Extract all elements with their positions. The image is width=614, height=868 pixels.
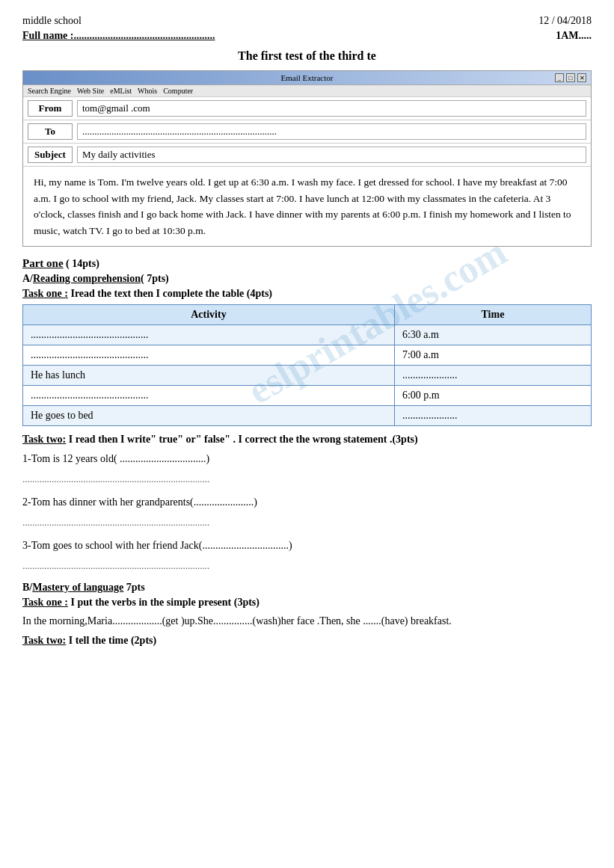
to-value[interactable]: ........................................… [77,123,586,140]
menu-webiste[interactable]: Web Site [77,87,104,95]
activity-table: Activity Time ..........................… [22,304,592,426]
from-row: From tom@gmail .com [23,97,591,120]
table-col2-header: Time [394,305,591,325]
activity-cell: ........................................… [23,386,395,406]
b-task-one-text: I put the verbs in the simple present (3… [70,597,260,608]
activity-cell: ........................................… [23,325,395,345]
section-a-points: ( 7pts) [141,273,169,284]
email-titlebar-text: Email Extractor [281,73,334,82]
activity-cell: ........................................… [23,345,395,366]
date: 12 / 04/2018 [538,15,592,27]
statement-item: 3-Tom goes to school with her friend Jac… [22,537,592,574]
table-row: ........................................… [23,345,592,366]
email-titlebar: Email Extractor _ □ ✕ [23,71,591,85]
time-cell: ..................... [394,406,591,426]
time-cell: 7:00 a.m [394,345,591,366]
b-task-one-label: Task one : [22,597,68,608]
menu-computer[interactable]: Computer [163,87,193,95]
activity-cell: He goes to bed [23,406,395,426]
time-cell: 6:30 a.m [394,325,591,345]
menu-search[interactable]: Search Engine [28,87,71,95]
table-row: He goes to bed..................... [23,406,592,426]
email-body: Hi, my name is Tom. I'm twelve years old… [23,167,591,246]
table-row: He has lunch..................... [23,366,592,386]
b-task-two-label: Task two: [22,635,66,646]
statement-text: 2-Tom has dinner with her grandparents(.… [22,493,592,511]
statements-container: 1-Tom is 12 years old( .................… [22,450,592,574]
b-task-two-text: I tell the time (2pts) [69,635,156,646]
activity-cell: He has lunch [23,366,395,386]
menu-whois[interactable]: Whois [138,87,157,95]
statement-correction: ........................................… [22,471,592,487]
section-a-title: Reading comprehension [33,273,141,284]
part-one-heading: Part one [22,257,64,269]
table-row: ........................................… [23,386,592,406]
subject-label: Subject [28,147,73,163]
to-row: To .....................................… [23,120,591,144]
statement-item: 1-Tom is 12 years old( .................… [22,450,592,487]
time-cell: 6:00 p.m [394,386,591,406]
b-task-one-content: In the morning,Maria...................(… [22,612,592,630]
statement-text: 3-Tom goes to school with her friend Jac… [22,537,592,555]
school-name: middle school [22,15,82,27]
maximize-button[interactable]: □ [566,73,575,82]
page-title: The first test of the third te [22,49,592,63]
statement-correction: ........................................… [22,558,592,574]
task-one-text: Iread the text then I complete the table… [70,288,272,299]
section-b-label: B/ [22,582,32,593]
statement-correction: ........................................… [22,514,592,531]
minimize-button[interactable]: _ [555,73,564,82]
task-two-label: Task two: [22,434,66,445]
statement-text: 1-Tom is 12 years old( .................… [22,450,592,468]
task-one-label: Task one : [22,288,68,299]
statement-item: 2-Tom has dinner with her grandparents(.… [22,493,592,531]
section-b: B/Mastery of language 7pts Task one : I … [22,582,592,647]
from-label: From [28,100,73,117]
section-b-points: 7pts [123,582,144,593]
section-b-title: Mastery of language [32,582,123,593]
subject-value[interactable]: My daily activities [77,147,586,163]
fullname-label: Full name :.............................… [22,30,215,42]
table-col1-header: Activity [23,305,395,325]
email-menubar: Search Engine Web Site eMList Whois Comp… [23,85,591,97]
time-cell: ..................... [394,366,591,386]
email-window: Email Extractor _ □ ✕ Search Engine Web … [22,70,592,247]
subject-row: Subject My daily activities [23,144,591,167]
from-value[interactable]: tom@gmail .com [77,100,586,117]
part-one-points: ( 14pts) [66,258,99,269]
close-button[interactable]: ✕ [577,73,586,82]
menu-emlist[interactable]: eMList [110,87,132,95]
section-a-label: A/ [22,273,33,284]
table-row: ........................................… [23,325,592,345]
window-controls: _ □ ✕ [555,73,586,82]
grade: 1AM..... [556,30,592,42]
part-one-section: Part one ( 14pts) A/Reading comprehensio… [22,257,592,574]
task-two-text: I read then I write" true" or" false" . … [69,434,418,445]
to-label: To [28,123,73,140]
